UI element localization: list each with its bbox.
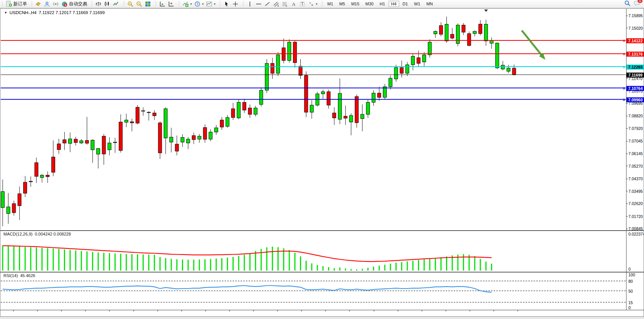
line-chart-icon: [113, 1, 119, 7]
tile-windows-button[interactable]: [143, 0, 152, 8]
toolbar-group-zoom: +−: [122, 0, 154, 8]
pane-separator[interactable]: [0, 230, 644, 231]
text-button[interactable]: A: [289, 0, 298, 8]
candles-icon: [104, 1, 110, 7]
toolbar-group-scroll: [154, 0, 177, 8]
timeframe-mn[interactable]: MN: [424, 1, 435, 7]
timeframe-m15[interactable]: M15: [349, 1, 362, 7]
fibonacci-button[interactable]: F: [281, 0, 289, 8]
text-icon: A: [290, 1, 297, 7]
price-line-badge: 7.11699: [626, 73, 644, 78]
chat-button[interactable]: 1: [634, 0, 640, 8]
price-line-badge: 7.09960: [626, 97, 644, 102]
search-icon: [624, 1, 631, 8]
new-order-button[interactable]: 新订单: [5, 0, 28, 8]
trendline-button[interactable]: [263, 0, 272, 8]
auto-trading-button[interactable]: 自动交易: [60, 0, 88, 8]
line-handle[interactable]: [623, 40, 625, 42]
indicators-button[interactable]: ▾: [181, 0, 193, 8]
pane-separator[interactable]: [0, 272, 644, 273]
line-handle[interactable]: [623, 53, 625, 55]
timeframe-h4[interactable]: H4: [389, 1, 399, 7]
channel-button[interactable]: E: [272, 0, 281, 8]
price-tick-label: 7.06145: [628, 151, 643, 156]
bar-chart-icon: [95, 1, 102, 7]
macd-label: MACD(12,26,9) 0.004242 0.008228: [3, 232, 71, 236]
bar-chart-button[interactable]: [94, 0, 103, 8]
signals-icon: [53, 1, 59, 7]
profile-button[interactable]: [43, 0, 51, 8]
ohlc-values: 7.11922 7.12017 7.11669 7.11699: [39, 10, 105, 15]
deposit-button[interactable]: [34, 0, 43, 8]
dropdown-arrow-icon[interactable]: ▾: [202, 2, 204, 6]
auto-scroll-button[interactable]: [158, 0, 167, 8]
crosshair-button[interactable]: [231, 0, 240, 8]
chevron-down-icon[interactable]: ▼: [4, 11, 7, 14]
mt4-terminal: 新订单自动交易+−▾▾▾EFAT▾M1M5M15M30H1H4D1W1MN1 ▼…: [0, 0, 644, 319]
trendline-icon: [264, 1, 271, 7]
arrows-button[interactable]: ▾: [307, 0, 319, 8]
svg-text:E: E: [277, 5, 279, 7]
auto-scroll-icon: [159, 1, 166, 7]
toolbar-group-orders: 新订单: [1, 0, 30, 8]
dropdown-arrow-icon[interactable]: ▾: [190, 2, 192, 6]
line-chart-button[interactable]: [112, 0, 120, 8]
chart-title: ▼ USDCNH-,H4 7.11922 7.12017 7.11669 7.1…: [4, 10, 105, 15]
price-tick-label: 7.03495: [628, 189, 643, 194]
toolbar-group-chart-types: [90, 0, 122, 8]
new-order-icon: [6, 1, 12, 7]
main-toolbar: 新订单自动交易+−▾▾▾EFAT▾M1M5M15M30H1H4D1W1MN1: [0, 0, 644, 8]
timeframe-h1[interactable]: H1: [377, 1, 387, 7]
price-line-badge: 7.12265: [626, 64, 644, 69]
line-handle[interactable]: [623, 87, 625, 89]
chart-shift-button[interactable]: [167, 0, 175, 8]
line-handle[interactable]: [623, 66, 625, 68]
chart-shift-icon: [168, 1, 174, 7]
timeframe-w1[interactable]: W1: [411, 1, 423, 7]
price-tick-label: 7.08820: [628, 114, 643, 118]
channel-icon: E: [273, 1, 279, 7]
toolbar-group-services: 自动交易: [30, 0, 90, 8]
price-tick-label: 7.02620: [628, 201, 643, 206]
dropdown-arrow-icon[interactable]: ▾: [214, 2, 215, 6]
signals-button[interactable]: [51, 0, 60, 8]
zoom-in-button[interactable]: +: [126, 0, 135, 8]
search-button[interactable]: [624, 0, 631, 8]
label-button[interactable]: T: [298, 0, 307, 8]
crosshair-icon: [232, 1, 239, 7]
periods-button[interactable]: ▾: [193, 0, 205, 8]
rsi-axis-label: 15: [628, 300, 633, 305]
chart-window[interactable]: ▼ USDCNH-,H4 7.11922 7.12017 7.11669 7.1…: [0, 8, 644, 317]
zoom-out-button[interactable]: −: [135, 0, 143, 8]
timeframe-group: M1M5M15M30H1H4D1W1MN: [320, 0, 437, 8]
rsi-label: RSI(14) 45.4626: [3, 273, 35, 278]
svg-text:T: T: [301, 2, 303, 6]
rsi-axis-label: 80: [628, 279, 633, 284]
vline-icon: [247, 1, 253, 7]
pane-separator: [0, 310, 644, 310]
price-tick-label: 7.15895: [628, 13, 643, 18]
price-tick-label: 7.07045: [628, 139, 643, 143]
line-handle[interactable]: [623, 99, 625, 101]
cursor-button[interactable]: [222, 0, 231, 8]
dropdown-arrow-icon[interactable]: ▾: [316, 2, 317, 6]
timeframe-m1[interactable]: M1: [325, 1, 336, 7]
svg-text:A: A: [292, 1, 296, 7]
notification-badge: 1: [637, 0, 643, 3]
svg-text:+: +: [129, 2, 131, 5]
price-tick-label: 7.05270: [628, 164, 643, 168]
price-tick-label: 7.01720: [628, 214, 643, 219]
toolbar-group-insert: ▾▾▾: [177, 0, 218, 8]
zoom-in-icon: +: [127, 1, 134, 7]
rsi-axis-label: 100: [628, 273, 635, 277]
hline-button[interactable]: [254, 0, 263, 8]
timeframe-m30[interactable]: M30: [363, 1, 376, 7]
candlestick-button[interactable]: [103, 0, 112, 8]
timeframe-m5[interactable]: M5: [336, 1, 348, 7]
periods-icon: [194, 1, 201, 7]
timeframe-d1[interactable]: D1: [400, 1, 411, 7]
symbol-label: USDCNH-,H4: [10, 10, 37, 15]
vline-button[interactable]: [245, 0, 254, 8]
templates-button[interactable]: ▾: [205, 0, 217, 8]
price-tick-label: 7.15020: [628, 26, 643, 30]
